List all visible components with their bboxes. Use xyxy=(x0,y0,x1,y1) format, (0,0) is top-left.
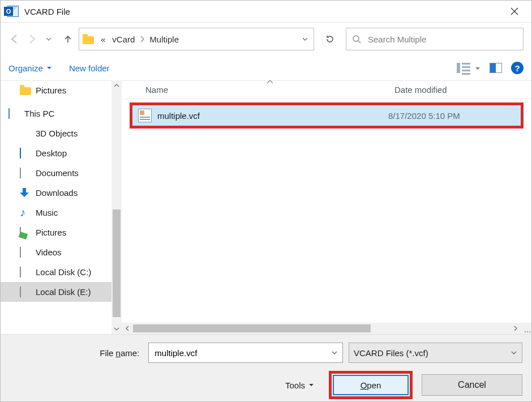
scroll-up-icon[interactable] xyxy=(111,80,122,91)
sidebar-item-desktop[interactable]: Desktop xyxy=(1,143,111,163)
file-name-cell: multiple.vcf xyxy=(157,111,388,121)
sidebar-item-label: Music xyxy=(36,208,58,217)
sort-indicator-icon xyxy=(267,79,273,84)
sidebar-item-local-disk-c[interactable]: Local Disk (C:) xyxy=(1,262,111,282)
search-input[interactable] xyxy=(367,34,517,45)
footer: File name: VCARD Files (*.vcf) Tools xyxy=(1,334,531,401)
desktop-icon xyxy=(20,148,31,159)
nav-forward-button[interactable] xyxy=(25,31,38,48)
file-row[interactable]: multiple.vcf 8/17/2020 5:10 PM xyxy=(132,105,521,126)
nav-back-button[interactable] xyxy=(8,31,21,48)
breadcrumb-item[interactable]: vCard xyxy=(110,33,137,45)
scroll-thumb[interactable] xyxy=(113,209,121,317)
window-title: VCARD File xyxy=(24,7,70,16)
chevron-down-icon[interactable] xyxy=(506,349,517,356)
svg-point-0 xyxy=(353,36,359,41)
sidebar-scrollbar[interactable] xyxy=(111,80,122,334)
scroll-track[interactable] xyxy=(111,91,122,324)
caret-down-icon xyxy=(475,66,480,71)
folder-icon xyxy=(20,87,31,95)
column-header-name[interactable]: Name xyxy=(122,85,394,95)
sidebar-item-downloads[interactable]: Downloads xyxy=(1,183,111,203)
cancel-button[interactable]: Cancel xyxy=(422,374,522,396)
sidebar-item-label: This PC xyxy=(24,109,54,118)
organize-menu[interactable]: Organize xyxy=(8,63,52,73)
breadcrumb: « vCard Multiple xyxy=(98,33,181,45)
filetype-combobox[interactable]: VCARD Files (*.vcf) xyxy=(349,343,522,363)
address-bar[interactable]: « vCard Multiple xyxy=(79,28,314,50)
nav-row: « vCard Multiple xyxy=(1,23,531,55)
filetype-label: VCARD Files (*.vcf) xyxy=(354,348,506,358)
vcard-file-icon xyxy=(138,109,152,122)
videos-icon xyxy=(20,247,31,258)
sidebar: Pictures This PC 3D Objects Desktop xyxy=(1,80,122,334)
close-button[interactable] xyxy=(502,2,527,20)
file-date-cell: 8/17/2020 5:10 PM xyxy=(388,111,460,121)
sidebar-item-3d-objects[interactable]: 3D Objects xyxy=(1,123,111,143)
main-area: Pictures This PC 3D Objects Desktop xyxy=(1,80,531,334)
new-folder-button[interactable]: New folder xyxy=(69,63,110,73)
outlook-icon: O xyxy=(4,3,20,19)
scroll-down-icon[interactable] xyxy=(111,324,122,334)
sidebar-item-pictures-quick[interactable]: Pictures xyxy=(1,80,111,100)
titlebar: O VCARD File xyxy=(1,1,531,23)
open-button[interactable]: Open xyxy=(333,375,409,395)
sidebar-item-videos[interactable]: Videos xyxy=(1,242,111,262)
view-mode-button[interactable] xyxy=(457,63,480,73)
pictures-icon xyxy=(20,228,31,238)
sidebar-item-local-disk-e[interactable]: Local Disk (E:) xyxy=(1,282,111,302)
tools-menu[interactable]: Tools xyxy=(285,380,314,390)
help-button[interactable]: ? xyxy=(511,62,524,74)
filename-label: File name: xyxy=(10,348,143,358)
music-icon: ♪ xyxy=(20,208,31,218)
downloads-icon xyxy=(20,188,31,198)
scroll-thumb[interactable] xyxy=(133,324,371,332)
sidebar-item-documents[interactable]: Documents xyxy=(1,163,111,183)
search-box[interactable] xyxy=(346,28,524,50)
nav-tree[interactable]: Pictures This PC 3D Objects Desktop xyxy=(1,80,111,334)
sidebar-item-label: Pictures xyxy=(36,228,66,237)
sidebar-item-label: Downloads xyxy=(36,188,78,198)
tools-label: Tools xyxy=(285,380,305,390)
folder-icon xyxy=(83,34,95,44)
preview-pane-button[interactable] xyxy=(490,63,502,73)
sidebar-item-label: 3D Objects xyxy=(36,129,78,138)
disk-icon xyxy=(20,267,31,277)
highlight-frame-file: multiple.vcf 8/17/2020 5:10 PM xyxy=(130,102,524,129)
resize-grip-icon xyxy=(521,323,531,333)
nav-up-button[interactable] xyxy=(62,31,74,48)
breadcrumb-prefix: « xyxy=(98,33,108,45)
caret-down-icon xyxy=(308,382,314,388)
file-open-dialog: O VCARD File « vCard xyxy=(0,0,532,402)
nav-recent-dropdown[interactable] xyxy=(42,31,55,48)
file-list: Name Date modified multiple.vcf 8/17/202… xyxy=(122,80,531,334)
chevron-down-icon[interactable] xyxy=(327,349,338,356)
address-dropdown-icon[interactable] xyxy=(301,35,310,43)
sidebar-item-pictures[interactable]: Pictures xyxy=(1,223,111,242)
3d-objects-icon xyxy=(20,129,31,139)
scroll-right-icon[interactable] xyxy=(510,326,521,331)
sidebar-item-label: Documents xyxy=(36,168,79,178)
pc-icon xyxy=(8,109,20,119)
column-header-date[interactable]: Date modified xyxy=(394,85,531,95)
scroll-track[interactable] xyxy=(133,323,510,334)
toolbar: Organize New folder ? xyxy=(1,55,531,81)
breadcrumb-item[interactable]: Multiple xyxy=(147,33,181,45)
sidebar-item-label: Pictures xyxy=(36,85,66,95)
column-headers[interactable]: Name Date modified xyxy=(122,80,531,99)
sidebar-item-label: Desktop xyxy=(36,148,67,158)
search-icon xyxy=(352,35,361,44)
content-hscrollbar[interactable] xyxy=(122,323,531,334)
filename-input[interactable] xyxy=(153,348,327,358)
documents-icon xyxy=(20,168,31,178)
disk-icon xyxy=(20,287,31,297)
organize-label: Organize xyxy=(8,63,43,73)
sidebar-item-label: Local Disk (E:) xyxy=(36,287,91,297)
filename-combobox[interactable] xyxy=(148,343,343,363)
refresh-button[interactable] xyxy=(319,28,341,50)
sidebar-item-music[interactable]: ♪ Music xyxy=(1,203,111,223)
caret-down-icon xyxy=(46,65,52,71)
scroll-left-icon[interactable] xyxy=(122,326,133,331)
sidebar-item-this-pc[interactable]: This PC xyxy=(1,104,111,123)
sidebar-item-label: Videos xyxy=(36,247,62,257)
